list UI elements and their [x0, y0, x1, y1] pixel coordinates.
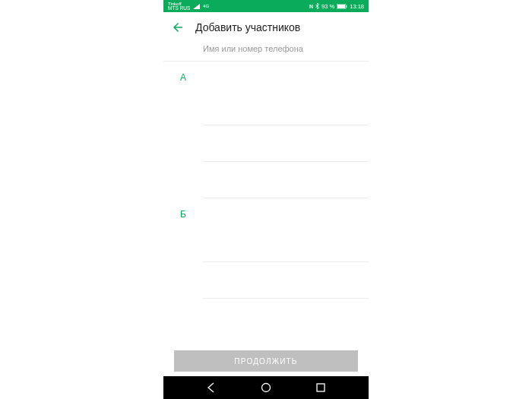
list-item[interactable] — [163, 89, 369, 125]
battery-icon — [337, 4, 347, 9]
list-item[interactable] — [163, 262, 369, 298]
section-header: А — [163, 62, 369, 89]
phone-frame: Tinkoff MTS RUS 4G N 93 % 13:18 Добавить… — [163, 0, 369, 399]
svg-rect-1 — [346, 5, 347, 8]
footer: ПРОДОЛЖИТЬ — [163, 344, 369, 376]
app-bar: Добавить участников — [163, 12, 369, 43]
battery-percent: 93 % — [321, 3, 334, 10]
network-type: 4G — [203, 4, 209, 8]
svg-rect-2 — [337, 5, 345, 8]
clock: 13:18 — [350, 3, 364, 10]
search-input[interactable]: Имя или номер телефона — [163, 43, 369, 61]
section-a: А — [163, 62, 369, 198]
carrier-label: Tinkoff MTS RUS — [168, 2, 190, 11]
nav-back-icon[interactable] — [204, 381, 218, 394]
bluetooth-icon — [315, 3, 319, 9]
continue-button[interactable]: ПРОДОЛЖИТЬ — [174, 350, 358, 372]
list-item[interactable] — [163, 226, 369, 261]
back-button[interactable] — [171, 21, 185, 34]
list-item[interactable] — [163, 299, 369, 334]
page-title: Добавить участников — [195, 21, 300, 33]
system-nav-bar — [163, 376, 369, 399]
list-item[interactable] — [163, 162, 369, 198]
svg-point-3 — [262, 384, 271, 392]
nav-recent-icon[interactable] — [314, 381, 328, 394]
section-b: Б — [163, 198, 369, 334]
signal-icon — [193, 4, 200, 9]
nav-home-icon[interactable] — [259, 381, 273, 394]
nfc-icon: N — [309, 4, 313, 9]
status-bar: Tinkoff MTS RUS 4G N 93 % 13:18 — [163, 0, 369, 12]
svg-rect-4 — [317, 384, 325, 391]
section-header: Б — [163, 198, 369, 226]
list-item[interactable] — [163, 125, 369, 161]
contact-list[interactable]: А Б — [163, 62, 369, 344]
